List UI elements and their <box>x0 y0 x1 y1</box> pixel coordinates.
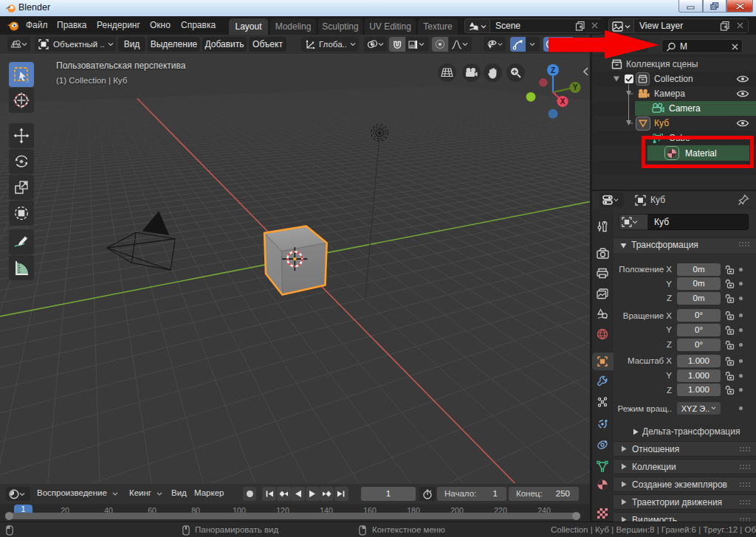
svg-text:Z: Z <box>551 66 555 75</box>
svg-text:X: X <box>560 97 566 105</box>
svg-text:Y: Y <box>573 83 578 91</box>
